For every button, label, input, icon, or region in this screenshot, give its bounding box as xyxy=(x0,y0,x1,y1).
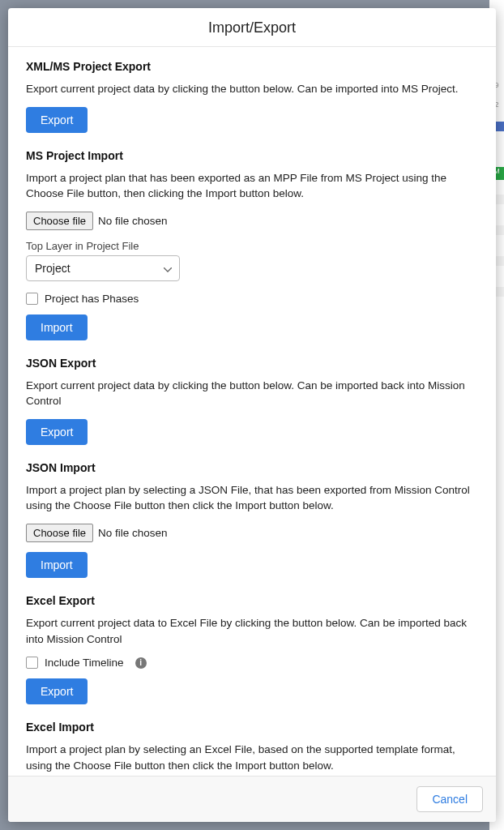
section-excel-import: Excel Import Import a project plan by se… xyxy=(26,721,478,776)
import-ms-button[interactable]: Import xyxy=(26,314,88,340)
modal-footer: Cancel xyxy=(8,776,496,822)
top-layer-select-wrap: Project xyxy=(26,255,180,281)
section-desc: Export current project data by clicking … xyxy=(26,81,478,97)
info-icon[interactable]: i xyxy=(135,657,147,669)
section-ms-import: MS Project Import Import a project plan … xyxy=(26,149,478,340)
section-title: JSON Import xyxy=(26,461,478,474)
section-desc: Export current project data to Excel Fil… xyxy=(26,615,478,647)
section-desc: Import a project plan by selecting a JSO… xyxy=(26,482,478,514)
section-title: JSON Export xyxy=(26,357,478,370)
section-desc: Import a project plan by selecting an Ex… xyxy=(26,742,478,773)
phases-label: Project has Phases xyxy=(45,293,139,305)
file-status-text: No file chosen xyxy=(98,215,168,227)
modal-body: XML/MS Project Export Export current pro… xyxy=(8,47,496,776)
file-status-text: No file chosen xyxy=(98,527,168,539)
section-json-import: JSON Import Import a project plan by sel… xyxy=(26,461,478,578)
top-layer-select[interactable]: Project xyxy=(26,255,180,281)
cancel-button[interactable]: Cancel xyxy=(416,786,483,812)
import-export-modal: Import/Export XML/MS Project Export Expo… xyxy=(8,8,496,822)
section-title: MS Project Import xyxy=(26,149,478,162)
section-excel-export: Excel Export Export current project data… xyxy=(26,594,478,704)
file-picker-row: Choose file No file chosen xyxy=(26,212,478,230)
timeline-label: Include Timeline xyxy=(45,657,124,669)
phases-checkbox-row: Project has Phases xyxy=(26,293,478,305)
section-desc: Import a project plan that has been expo… xyxy=(26,170,478,202)
section-xml-export: XML/MS Project Export Export current pro… xyxy=(26,60,478,133)
phases-checkbox[interactable] xyxy=(26,293,38,305)
modal-header: Import/Export xyxy=(8,8,496,47)
timeline-checkbox-row: Include Timeline i xyxy=(26,657,478,669)
export-excel-button[interactable]: Export xyxy=(26,678,88,704)
export-xml-button[interactable]: Export xyxy=(26,107,88,133)
file-picker-row: Choose file No file chosen xyxy=(26,524,478,542)
section-title: Excel Import xyxy=(26,721,478,734)
top-layer-label: Top Layer in Project File xyxy=(26,240,478,252)
import-json-button[interactable]: Import xyxy=(26,552,88,578)
modal-title: Import/Export xyxy=(8,19,496,36)
section-desc: Export current project data by clicking … xyxy=(26,378,478,409)
section-title: XML/MS Project Export xyxy=(26,60,478,73)
section-json-export: JSON Export Export current project data … xyxy=(26,357,478,445)
section-title: Excel Export xyxy=(26,594,478,607)
timeline-checkbox[interactable] xyxy=(26,657,38,669)
choose-file-button[interactable]: Choose file xyxy=(26,212,93,230)
choose-file-button[interactable]: Choose file xyxy=(26,524,93,542)
export-json-button[interactable]: Export xyxy=(26,419,88,445)
